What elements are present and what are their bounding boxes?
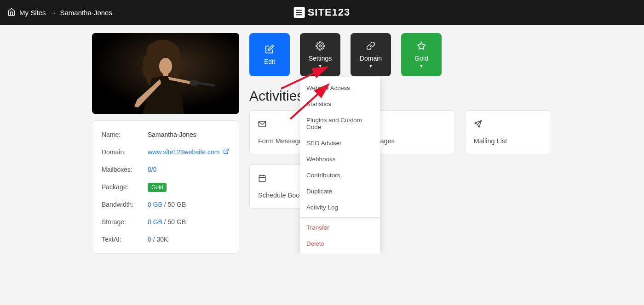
bandwidth-used: 0 GB [148,201,162,208]
info-row-bandwidth: Bandwidth: 0 GB / 50 GB [102,201,230,208]
bandwidth-value: 0 GB / 50 GB [148,201,186,208]
caret-down-icon: ▼ [318,64,322,68]
logo-text: SITE123 [308,6,351,18]
right-column: Edit Settings ▼ Domain ▼ Gold [249,33,552,219]
site-preview-image[interactable] [92,33,239,114]
storage-label: Storage: [102,218,148,226]
info-row-mailboxes: Mailboxes: 0/0 [102,166,230,173]
star-icon [416,41,426,51]
mailboxes-label: Mailboxes: [102,166,148,173]
edit-icon [264,44,275,54]
dropdown-item-statistics[interactable]: Statistics [300,96,380,112]
textai-label: TextAI: [102,236,148,243]
info-row-package: Package: Gold [102,183,230,191]
dropdown-item-delete[interactable]: Delete [300,236,380,252]
gold-button[interactable]: Gold ▼ [401,33,442,76]
bandwidth-total: / 50 GB [162,201,186,208]
dropdown-item-website-access[interactable]: Website Access [300,80,380,96]
info-row-name: Name: Samantha-Jones [102,131,230,138]
domain-text: www.site123website.com [148,148,219,156]
edit-label: Edit [264,58,275,65]
languages-label: uages [376,137,446,145]
svg-point-3 [159,58,172,74]
name-value: Samantha-Jones [148,131,196,138]
dropdown-item-plugins[interactable]: Plugins and Custom Code [300,112,380,135]
link-icon [366,41,376,51]
domain-label: Domain [360,55,382,62]
storage-value: 0 GB / 50 GB [148,218,186,226]
dropdown-item-duplicate[interactable]: Duplicate [300,183,380,199]
textai-value: 0 / 30K [148,236,168,243]
storage-total: / 50 GB [162,218,186,226]
mailboxes-value[interactable]: 0/0 [148,166,156,173]
svg-point-8 [319,45,322,47]
textai-used: 0 [148,236,151,243]
package-label: Package: [102,183,148,191]
breadcrumb: My Sites → Samantha-Jones [7,8,112,17]
package-value: Gold [148,183,167,191]
activity-row-1: Form Messages uages Mailing List [249,110,552,154]
name-label: Name: [102,131,148,138]
left-column: Name: Samantha-Jones Domain: www.site123… [92,33,239,254]
gear-icon [315,41,325,51]
domain-button[interactable]: Domain ▼ [351,33,391,76]
storage-used: 0 GB [148,218,162,226]
edit-button[interactable]: Edit [249,33,290,76]
textai-total: / 30K [151,236,168,243]
logo-icon: ☰ [294,7,305,18]
info-row-textai: TextAI: 0 / 30K [102,236,230,243]
activities-title: Activities [249,88,552,104]
package-badge: Gold [148,183,167,192]
mailing-list-label: Mailing List [474,137,543,145]
topbar: My Sites → Samantha-Jones ☰ SITE123 [0,0,644,25]
info-row-storage: Storage: 0 GB / 50 GB [102,218,230,226]
info-row-domain: Domain: www.site123website.com [102,148,230,156]
action-row: Edit Settings ▼ Domain ▼ Gold [249,33,552,76]
dropdown-item-webhooks[interactable]: Webhooks [300,151,380,167]
main-container: Name: Samantha-Jones Domain: www.site123… [87,33,557,254]
breadcrumb-home[interactable]: My Sites [19,9,46,17]
dropdown-item-activity-log[interactable]: Activity Log [300,199,380,215]
dropdown-divider [300,217,380,218]
svg-marker-9 [418,42,426,50]
activity-card-mailing-list[interactable]: Mailing List [465,110,552,154]
breadcrumb-current[interactable]: Samantha-Jones [60,9,112,17]
chevron-right-icon: → [50,9,57,17]
dropdown-item-seo[interactable]: SEO Adviser [300,135,380,151]
bandwidth-label: Bandwidth: [102,201,148,208]
svg-rect-12 [259,175,265,182]
info-card: Name: Samantha-Jones Domain: www.site123… [92,120,239,254]
caret-down-icon: ▼ [420,64,424,68]
svg-line-7 [226,149,229,152]
caret-down-icon: ▼ [369,64,373,68]
dropdown-item-transfer[interactable]: Transfer [300,220,380,236]
domain-value[interactable]: www.site123website.com [148,148,229,156]
dropdown-item-contributors[interactable]: Contributors [300,167,380,183]
gold-label: Gold [414,55,428,62]
settings-label: Settings [309,55,332,62]
send-icon [474,120,543,130]
settings-dropdown: Website Access Statistics Plugins and Cu… [300,77,380,254]
logo[interactable]: ☰ SITE123 [294,6,351,18]
external-link-icon [223,148,229,156]
domain-label: Domain: [102,148,148,156]
settings-button[interactable]: Settings ▼ [300,33,340,76]
activity-row-2: Schedule Booki [249,164,552,209]
home-icon[interactable] [7,8,16,17]
